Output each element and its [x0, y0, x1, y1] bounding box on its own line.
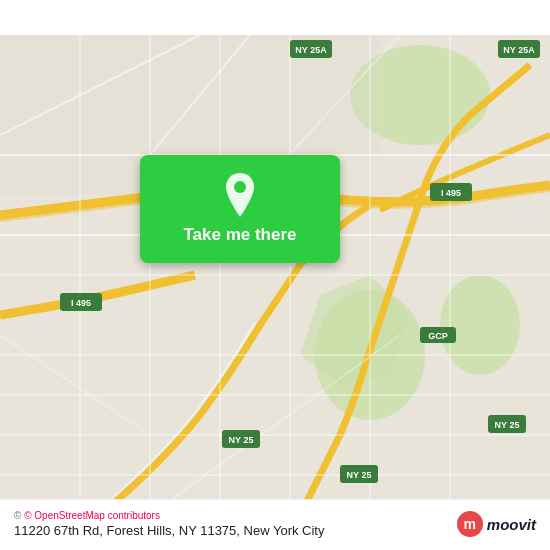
svg-text:NY 25: NY 25: [347, 470, 372, 480]
svg-point-3: [440, 275, 520, 375]
moovit-m-icon: m: [457, 511, 483, 537]
svg-text:NY 25A: NY 25A: [295, 45, 327, 55]
location-pin-icon: [222, 173, 258, 217]
cta-button-container[interactable]: Take me there: [140, 155, 340, 263]
map-background: I 495 I 495 I 495 NY 25A NY 25A NY 25 NY…: [0, 0, 550, 550]
bottom-left: © © OpenStreetMap contributors 11220 67t…: [14, 510, 324, 538]
osm-link[interactable]: © OpenStreetMap contributors: [24, 510, 160, 521]
bottom-bar: © © OpenStreetMap contributors 11220 67t…: [0, 499, 550, 550]
svg-point-43: [234, 181, 246, 193]
cta-label: Take me there: [183, 225, 296, 245]
map-container: I 495 I 495 I 495 NY 25A NY 25A NY 25 NY…: [0, 0, 550, 550]
take-me-there-button[interactable]: Take me there: [140, 155, 340, 263]
copyright-symbol: ©: [14, 510, 21, 521]
svg-text:I 495: I 495: [441, 188, 461, 198]
svg-text:I 495: I 495: [71, 298, 91, 308]
osm-attribution: © © OpenStreetMap contributors: [14, 510, 324, 521]
svg-text:NY 25: NY 25: [495, 420, 520, 430]
moovit-wordmark: moovit: [487, 516, 536, 533]
address-text: 11220 67th Rd, Forest Hills, NY 11375, N…: [14, 523, 324, 538]
svg-text:NY 25: NY 25: [229, 435, 254, 445]
svg-text:GCP: GCP: [428, 331, 448, 341]
moovit-logo: m moovit: [457, 511, 536, 537]
svg-text:NY 25A: NY 25A: [503, 45, 535, 55]
